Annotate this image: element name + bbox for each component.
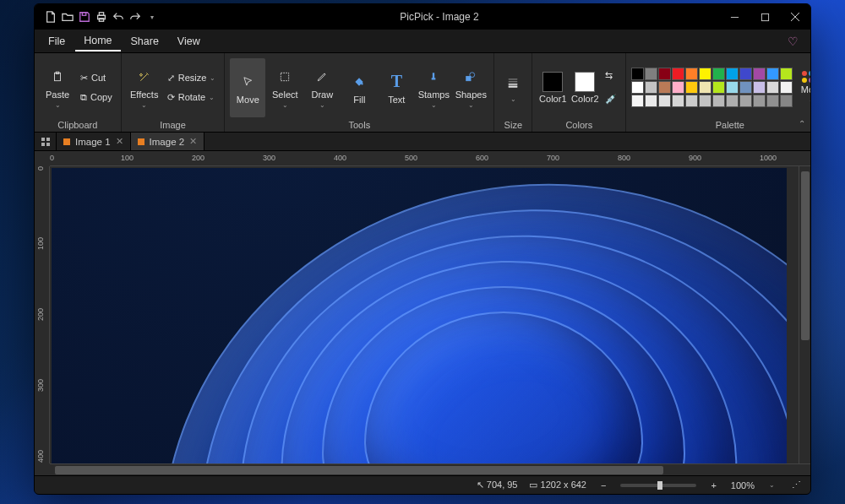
swap-colors-button[interactable]: ⇆	[602, 67, 620, 85]
rotate-button[interactable]: ⟳Rotate ⌄	[164, 88, 220, 106]
ribbon: Paste⌄ ✂Cut ⧉Copy Clipboard Effects⌄ ⤢Re…	[35, 53, 810, 133]
tool-move[interactable]: Move	[230, 58, 265, 117]
ruler-tick: 800	[618, 154, 630, 162]
tool-fill[interactable]: Fill	[341, 58, 377, 117]
undo-icon[interactable]	[111, 9, 126, 24]
palette-swatch[interactable]	[712, 81, 725, 94]
svg-rect-0	[82, 13, 85, 16]
tab-image1[interactable]: Image 1✕	[57, 133, 131, 150]
palette-swatch[interactable]	[766, 68, 779, 80]
palette-swatch[interactable]	[739, 95, 752, 107]
zoom-slider[interactable]	[620, 484, 696, 487]
ruler-tick: 400	[36, 450, 45, 463]
close-button[interactable]	[780, 4, 810, 30]
palette-swatch[interactable]	[685, 95, 698, 107]
zoom-in-button[interactable]: +	[708, 480, 718, 490]
resize-button[interactable]: ⤢Resize ⌄	[164, 68, 220, 87]
palette-swatch[interactable]	[645, 81, 657, 94]
palette-swatch[interactable]	[780, 68, 793, 80]
eyedropper-button[interactable]: 💉	[602, 90, 620, 109]
color1-button[interactable]: Color1	[537, 58, 568, 117]
palette-swatch[interactable]	[672, 68, 684, 80]
palette-swatch[interactable]	[753, 68, 766, 80]
palette-swatch[interactable]	[739, 81, 752, 94]
resize-icon: ⤢	[167, 73, 175, 84]
tab-grid-icon[interactable]	[35, 133, 57, 150]
qat-dropdown-icon[interactable]: ▾	[144, 9, 160, 24]
tool-shapes[interactable]: Shapes⌄	[453, 58, 488, 117]
scrollbar-vertical[interactable]	[799, 166, 810, 463]
copy-button[interactable]: ⧉Copy	[77, 88, 116, 106]
palette-swatch[interactable]	[631, 95, 644, 107]
scrollbar-thumb[interactable]	[801, 171, 810, 340]
tool-draw[interactable]: Draw⌄	[304, 58, 340, 117]
tab-close-icon[interactable]: ✕	[189, 136, 197, 147]
collapse-ribbon-icon[interactable]: ⌃	[799, 119, 805, 128]
tab-image2[interactable]: Image 2✕	[131, 133, 205, 150]
scrollbar-thumb[interactable]	[55, 466, 663, 474]
group-label-colors: Colors	[565, 118, 592, 130]
tool-select[interactable]: Select⌄	[267, 58, 303, 117]
paste-button[interactable]: Paste⌄	[40, 58, 75, 117]
ruler-vertical[interactable]: 0100200300400	[35, 166, 50, 463]
canvas[interactable]	[52, 168, 787, 463]
ruler-horizontal[interactable]: 01002003004005006007008009001000	[50, 151, 810, 166]
heart-icon[interactable]: ♡	[788, 35, 805, 48]
more-colors-button[interactable]: More⌄	[794, 58, 811, 117]
zoom-out-button[interactable]: −	[598, 480, 608, 490]
menu-share[interactable]: Share	[123, 32, 167, 51]
tab-close-icon[interactable]: ✕	[116, 136, 123, 147]
print-icon[interactable]	[94, 9, 109, 24]
palette-swatch[interactable]	[658, 95, 671, 107]
palette-swatch[interactable]	[645, 95, 657, 107]
tool-stamps[interactable]: Stamps⌄	[416, 58, 451, 117]
palette-swatch[interactable]	[766, 95, 779, 107]
save-icon[interactable]	[77, 9, 92, 24]
palette-swatch[interactable]	[726, 81, 739, 94]
group-label-clipboard: Clipboard	[57, 118, 97, 130]
palette-swatch[interactable]	[739, 68, 752, 80]
palette-swatch[interactable]	[753, 95, 766, 107]
redo-icon[interactable]	[128, 9, 143, 24]
palette-swatch[interactable]	[780, 95, 793, 107]
scrollbar-horizontal[interactable]	[50, 463, 810, 475]
palette-swatch[interactable]	[712, 95, 725, 107]
effects-button[interactable]: Effects⌄	[127, 58, 162, 117]
color2-button[interactable]: Color2	[570, 58, 600, 117]
palette-swatch[interactable]	[699, 95, 711, 107]
group-colors: Color1 Color2 ⇆ 💉 Colors	[532, 53, 626, 132]
palette-swatch[interactable]	[726, 68, 739, 80]
palette-swatch[interactable]	[631, 68, 644, 80]
canvas-viewport[interactable]	[50, 166, 799, 463]
tool-text[interactable]: TText	[379, 58, 414, 117]
cut-button[interactable]: ✂Cut	[77, 68, 116, 87]
zoom-slider-knob[interactable]	[657, 481, 662, 490]
palette-swatch[interactable]	[685, 81, 698, 94]
open-icon[interactable]	[60, 9, 75, 24]
palette-swatch[interactable]	[658, 68, 671, 80]
palette-swatch[interactable]	[672, 95, 684, 107]
minimize-button[interactable]	[719, 4, 750, 30]
new-file-icon[interactable]	[43, 9, 58, 24]
palette-swatch[interactable]	[645, 68, 657, 80]
palette-swatch[interactable]	[631, 81, 644, 94]
ruler-tick: 0	[36, 166, 45, 171]
resize-grip-icon[interactable]: ⋰	[789, 480, 804, 490]
menu-file[interactable]: File	[40, 32, 74, 51]
maximize-button[interactable]	[750, 4, 780, 30]
palette-swatch[interactable]	[699, 81, 711, 94]
menu-home[interactable]: Home	[75, 31, 120, 51]
palette-swatch[interactable]	[672, 81, 684, 94]
palette-swatch[interactable]	[658, 81, 671, 94]
palette-swatch[interactable]	[699, 68, 711, 80]
palette-swatch[interactable]	[685, 68, 698, 80]
palette-swatch[interactable]	[712, 68, 725, 80]
palette-swatch[interactable]	[726, 95, 739, 107]
zoom-dropdown-icon[interactable]: ⌄	[766, 481, 777, 489]
palette-swatch[interactable]	[753, 81, 766, 94]
size-button[interactable]: ⌄	[499, 58, 526, 117]
eyedropper-icon: 💉	[605, 94, 617, 105]
palette-swatch[interactable]	[766, 81, 779, 94]
menu-view[interactable]: View	[169, 32, 209, 51]
palette-swatch[interactable]	[780, 81, 793, 94]
